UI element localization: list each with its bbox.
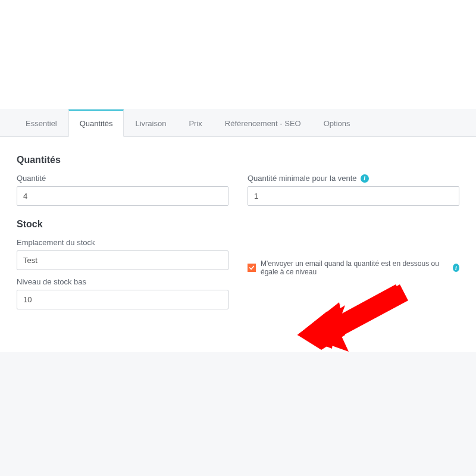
- tab-price[interactable]: Prix: [177, 109, 213, 137]
- quantity-input[interactable]: [17, 186, 228, 206]
- row-quantity: Quantité Quantité minimale pour la vente…: [17, 174, 459, 213]
- tab-quantities[interactable]: Quantités: [68, 109, 124, 137]
- email-alert-checkbox[interactable]: [248, 264, 256, 272]
- checkmark-icon: [249, 265, 255, 271]
- low-stock-label: Niveau de stock bas: [17, 277, 228, 286]
- tab-options[interactable]: Options: [312, 109, 362, 137]
- section-quantities-heading: Quantités: [17, 155, 459, 165]
- tabs-bar: Essentiel Quantités Livraison Prix Référ…: [0, 109, 476, 137]
- info-icon[interactable]: i: [453, 264, 459, 272]
- section-stock-heading: Stock: [17, 219, 459, 230]
- email-alert-row: M'envoyer un email quand la quantité est…: [248, 256, 459, 276]
- info-icon[interactable]: i: [361, 174, 369, 183]
- min-sale-qty-label: Quantité minimale pour la vente i: [248, 174, 459, 183]
- tab-delivery[interactable]: Livraison: [124, 109, 177, 137]
- min-sale-qty-label-text: Quantité minimale pour la vente: [248, 174, 357, 183]
- min-sale-qty-input[interactable]: [248, 186, 459, 206]
- settings-panel: Essentiel Quantités Livraison Prix Référ…: [0, 109, 476, 476]
- stock-location-input[interactable]: [17, 250, 228, 270]
- tab-essential[interactable]: Essentiel: [14, 109, 68, 137]
- row-stock: Emplacement du stock Niveau de stock bas…: [17, 238, 459, 317]
- email-alert-label: M'envoyer un email quand la quantité est…: [261, 259, 448, 276]
- tab-seo[interactable]: Référencement - SEO: [214, 109, 312, 137]
- low-stock-input[interactable]: [17, 290, 228, 309]
- quantity-label: Quantité: [17, 174, 228, 183]
- tab-panel-quantities: Quantités Quantité Quantité minimale pou…: [0, 137, 476, 352]
- stock-location-label: Emplacement du stock: [17, 238, 228, 247]
